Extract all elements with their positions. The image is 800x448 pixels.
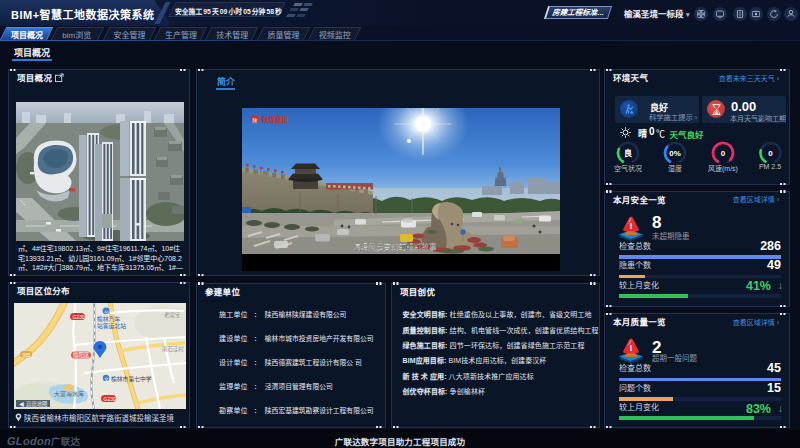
- svg-text:南石洼村: 南石洼村: [162, 345, 184, 353]
- svg-text:榆林市第七中学: 榆林市第七中学: [111, 375, 152, 383]
- svg-text:◀ 高德地图: ◀ 高德地图: [19, 400, 47, 408]
- svg-text:榆林汽车: 榆林汽车: [97, 315, 120, 323]
- svg-text:站客运北站: 站客运北站: [97, 322, 126, 330]
- svg-text:榆阳区: 榆阳区: [73, 351, 90, 359]
- svg-text:!: !: [630, 343, 633, 353]
- svg-text:演绎风云变幻的精彩故事: 演绎风云变幻的精彩故事: [353, 241, 437, 251]
- svg-text:陕煤建设: 陕煤建设: [262, 114, 289, 123]
- svg-text:陕: 陕: [253, 116, 258, 123]
- svg-text:0: 0: [768, 149, 773, 158]
- svg-text:老官宝: 老官宝: [164, 311, 181, 319]
- svg-text:0: 0: [721, 149, 726, 158]
- svg-text:公: 公: [104, 309, 109, 315]
- svg-text:文: 文: [104, 376, 109, 383]
- svg-text:!: !: [630, 221, 633, 231]
- svg-text:0%: 0%: [669, 149, 681, 158]
- svg-text:G230: G230: [73, 314, 85, 320]
- svg-text:G230: G230: [104, 396, 116, 402]
- svg-text:065: 065: [23, 353, 31, 358]
- svg-text:良: 良: [624, 148, 632, 158]
